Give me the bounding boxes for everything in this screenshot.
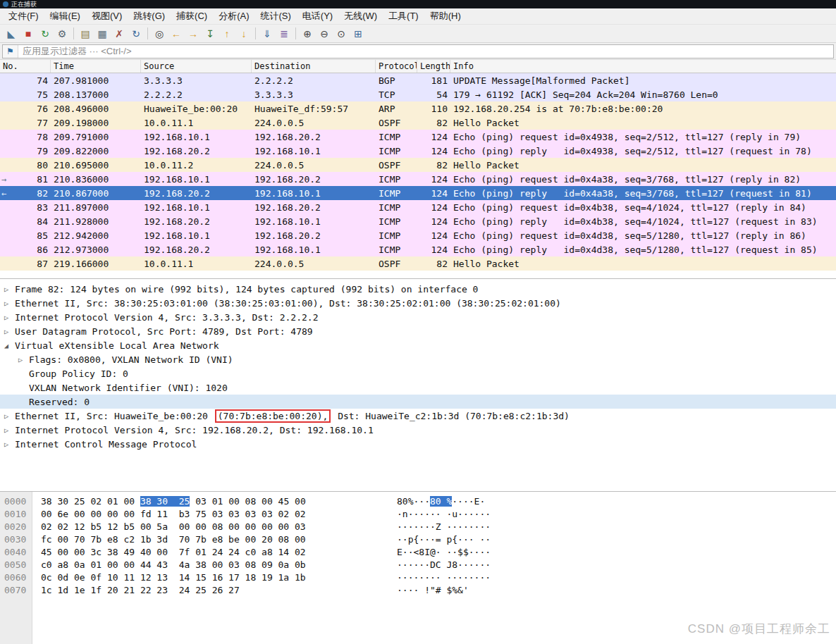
packet-row[interactable]: 81→210.836000192.168.10.1192.168.20.2ICM…: [0, 172, 836, 186]
detail-row[interactable]: ▷Internet Protocol Version 4, Src: 3.3.3…: [0, 310, 836, 324]
packet-row[interactable]: 80210.69500010.0.11.2224.0.0.5OSPF82Hell…: [0, 158, 836, 172]
detail-row[interactable]: ▷Flags: 0x0800, VXLAN Network ID (VNI): [0, 352, 836, 366]
hex-ascii[interactable]: ········ ········: [397, 571, 491, 584]
menu-tools[interactable]: 工具(T): [383, 8, 424, 25]
expander-closed-icon[interactable]: ▷: [4, 328, 15, 335]
hex-row[interactable]: 000038 30 25 02 01 00 38 30 25 03 01 00 …: [0, 495, 836, 508]
hex-row[interactable]: 00701c 1d 1e 1f 20 21 22 23 24 25 26 27·…: [0, 584, 836, 597]
packet-row[interactable]: 82←210.867000192.168.20.2192.168.10.1ICM…: [0, 186, 836, 200]
packet-row[interactable]: 84211.928000192.168.20.2192.168.10.1ICMP…: [0, 214, 836, 228]
reload-icon[interactable]: ↻: [128, 26, 145, 42]
hex-bytes[interactable]: 00 6e 00 00 00 00 fd 11 b3 75 03 03 03 0…: [41, 508, 306, 521]
detail-row[interactable]: ▷User Datagram Protocol, Src Port: 4789,…: [0, 324, 836, 338]
packet-row[interactable]: 74207.9810003.3.3.32.2.2.2BGP181UPDATE M…: [0, 73, 836, 87]
packet-row[interactable]: 83211.897000192.168.10.1192.168.20.2ICMP…: [0, 200, 836, 214]
display-filter-input[interactable]: ⚑ 应用显示过滤器 ··· <Ctrl-/>: [2, 44, 834, 58]
column-header-destination[interactable]: Destination: [252, 60, 376, 73]
menu-go[interactable]: 跳转(G): [128, 8, 171, 25]
zoom-out-icon[interactable]: ⊖: [316, 26, 333, 42]
capture-options-icon[interactable]: ⚙: [54, 26, 70, 42]
hex-row[interactable]: 001000 6e 00 00 00 00 fd 11 b3 75 03 03 …: [0, 508, 836, 521]
zoom-reset-icon[interactable]: ⊙: [333, 26, 350, 42]
expander-closed-icon[interactable]: ▷: [4, 412, 15, 420]
column-header-no[interactable]: No.: [0, 60, 51, 73]
menu-statistics[interactable]: 统计(S): [254, 8, 296, 25]
go-to-packet-icon[interactable]: ↧: [202, 26, 219, 42]
go-back-icon[interactable]: ←: [168, 26, 185, 42]
start-capture-icon[interactable]: ◣: [3, 26, 20, 42]
hex-bytes[interactable]: 1c 1d 1e 1f 20 21 22 23 24 25 26 27: [41, 584, 240, 597]
zoom-in-icon[interactable]: ⊕: [299, 26, 316, 42]
detail-row[interactable]: ▷Internet Control Message Protocol: [0, 437, 836, 451]
packet-row[interactable]: 87219.16600010.0.11.1224.0.0.5OSPF82Hell…: [0, 256, 836, 271]
hex-ascii[interactable]: ··p{···= p{··· ··: [397, 533, 491, 546]
menu-file[interactable]: 文件(F): [3, 8, 44, 25]
detail-row[interactable]: ▷Ethernet II, Src: 38:30:25:03:01:00 (38…: [0, 296, 836, 310]
find-packet-icon[interactable]: ◎: [151, 26, 168, 42]
detail-row[interactable]: ◢Virtual eXtensible Local Area Network: [0, 338, 836, 352]
restart-capture-icon[interactable]: ↻: [37, 26, 54, 42]
column-header-info[interactable]: Info: [450, 60, 836, 73]
hex-row[interactable]: 0050c0 a8 0a 01 00 00 44 43 4a 38 00 03 …: [0, 559, 836, 571]
detail-row[interactable]: ▷Ethernet II, Src: HuaweiTe_be:00:20 (70…: [0, 409, 836, 423]
hex-bytes[interactable]: fc 00 70 7b e8 c2 1b 3d 70 7b e8 be 00 2…: [41, 533, 306, 546]
packet-row[interactable]: 85212.942000192.168.10.1192.168.20.2ICMP…: [0, 228, 836, 242]
resize-columns-icon[interactable]: ⊞: [350, 26, 367, 42]
column-header-length[interactable]: Length: [417, 60, 450, 73]
expander-open-icon[interactable]: ◢: [4, 342, 15, 349]
hex-bytes[interactable]: 38 30 25 02 01 00 38 30 25 03 01 00 08 0…: [41, 495, 306, 508]
go-last-icon[interactable]: ↓: [235, 26, 252, 42]
hex-bytes[interactable]: 45 00 00 3c 38 49 40 00 7f 01 24 24 c0 a…: [41, 546, 306, 559]
packet-row[interactable]: 76208.496000HuaweiTe_be:00:20HuaweiTe_df…: [0, 101, 836, 116]
packet-row[interactable]: 78209.791000192.168.10.1192.168.20.2ICMP…: [0, 130, 836, 144]
hex-row[interactable]: 002002 02 12 b5 12 b5 00 5a 00 00 08 00 …: [0, 521, 836, 533]
auto-scroll-icon[interactable]: ⇓: [259, 26, 276, 42]
menu-help[interactable]: 帮助(H): [424, 8, 467, 25]
expander-closed-icon[interactable]: ▷: [4, 314, 15, 321]
hex-ascii[interactable]: ···· !"# $%&': [397, 584, 469, 597]
go-first-icon[interactable]: ↑: [219, 26, 235, 42]
column-header-time[interactable]: Time: [51, 60, 141, 73]
filter-bookmark-icon[interactable]: ⚑: [3, 45, 18, 58]
open-file-icon[interactable]: ▤: [77, 26, 94, 42]
detail-text: Ethernet II, Src: 38:30:25:03:01:00 (38:…: [15, 298, 561, 309]
expander-closed-icon[interactable]: ▷: [4, 426, 15, 434]
detail-row[interactable]: ▷Frame 82: 124 bytes on wire (992 bits),…: [0, 282, 836, 296]
expander-closed-icon[interactable]: ▷: [4, 285, 15, 293]
detail-row[interactable]: Group Policy ID: 0: [0, 366, 836, 380]
hex-row[interactable]: 00600c 0d 0e 0f 10 11 12 13 14 15 16 17 …: [0, 571, 836, 584]
detail-row[interactable]: VXLAN Network Identifier (VNI): 1020: [0, 380, 836, 395]
hex-bytes[interactable]: c0 a8 0a 01 00 00 44 43 4a 38 00 03 08 0…: [41, 559, 306, 571]
menu-wireless[interactable]: 无线(W): [338, 8, 383, 25]
colorize-icon[interactable]: ≣: [276, 26, 293, 42]
expander-closed-icon[interactable]: ▷: [4, 299, 15, 307]
hex-ascii[interactable]: E··<8I@· ··$$····: [397, 546, 491, 559]
menu-telephony[interactable]: 电话(Y): [297, 8, 338, 25]
stop-capture-icon[interactable]: ■: [20, 26, 37, 42]
packet-row[interactable]: 75208.1370002.2.2.23.3.3.3TCP54179 → 611…: [0, 87, 836, 101]
hex-bytes[interactable]: 02 02 12 b5 12 b5 00 5a 00 00 08 00 00 0…: [41, 521, 306, 533]
menu-analyze[interactable]: 分析(A): [213, 8, 254, 25]
hex-ascii[interactable]: 80%···80 %····E·: [397, 495, 485, 508]
packet-row[interactable]: 86212.973000192.168.20.2192.168.10.1ICMP…: [0, 242, 836, 256]
hex-row[interactable]: 004045 00 00 3c 38 49 40 00 7f 01 24 24 …: [0, 546, 836, 559]
hex-ascii[interactable]: ·n······ ·u······: [397, 508, 491, 521]
column-header-protocol[interactable]: Protocol: [376, 60, 417, 73]
menu-capture[interactable]: 捕获(C): [171, 8, 213, 25]
hex-ascii[interactable]: ······DC J8······: [397, 559, 491, 571]
menu-view[interactable]: 视图(V): [86, 8, 128, 25]
close-file-icon[interactable]: ✗: [111, 26, 128, 42]
detail-row[interactable]: Reserved: 0: [0, 395, 836, 409]
packet-row[interactable]: 77209.19800010.0.11.1224.0.0.5OSPF82Hell…: [0, 116, 836, 130]
menu-edit[interactable]: 编辑(E): [44, 8, 86, 25]
packet-row[interactable]: 79209.822000192.168.20.2192.168.10.1ICMP…: [0, 144, 836, 158]
save-file-icon[interactable]: ▦: [94, 26, 111, 42]
expander-closed-icon[interactable]: ▷: [18, 356, 29, 364]
hex-row[interactable]: 0030fc 00 70 7b e8 c2 1b 3d 70 7b e8 be …: [0, 533, 836, 546]
go-forward-icon[interactable]: →: [185, 26, 202, 42]
expander-closed-icon[interactable]: ▷: [4, 440, 15, 448]
column-header-source[interactable]: Source: [141, 60, 252, 73]
hex-bytes[interactable]: 0c 0d 0e 0f 10 11 12 13 14 15 16 17 18 1…: [41, 571, 306, 584]
hex-ascii[interactable]: ·······Z ········: [397, 521, 491, 533]
detail-row[interactable]: ▷Internet Protocol Version 4, Src: 192.1…: [0, 423, 836, 437]
